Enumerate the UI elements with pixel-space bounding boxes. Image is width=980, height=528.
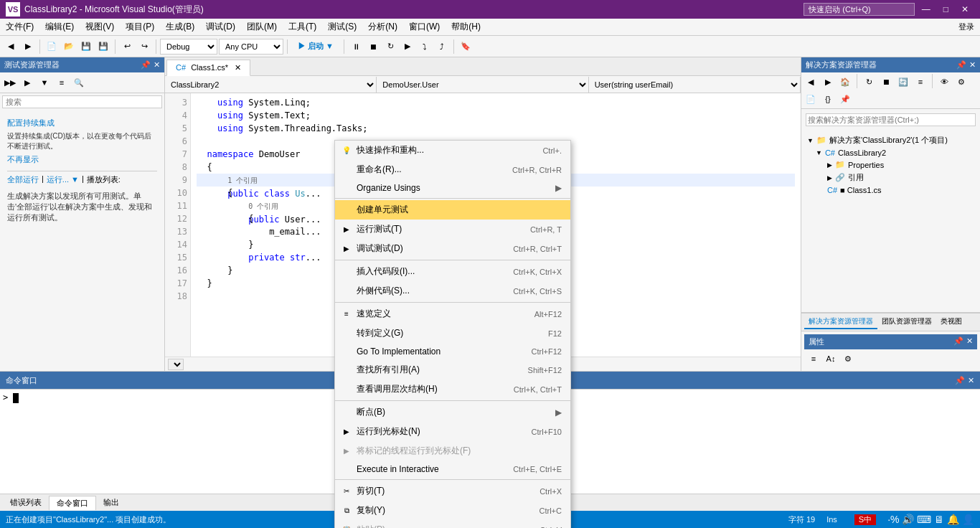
- menu-item-build[interactable]: 生成(B): [160, 19, 200, 35]
- group-icon[interactable]: ≡: [54, 75, 70, 90]
- references-item[interactable]: ▶ 🔗 引用: [804, 171, 977, 184]
- right-panel-pin-icon[interactable]: 📌: [956, 60, 966, 70]
- toolbar-btn6[interactable]: ⤴: [434, 39, 450, 55]
- ctx-breakpoint[interactable]: 断点(B) ▶: [335, 402, 570, 422]
- error-list-tab[interactable]: 错误列表: [3, 496, 49, 509]
- menu-item-test[interactable]: 测试(S): [322, 19, 362, 35]
- run-all-button[interactable]: 全部运行: [7, 174, 39, 185]
- ctx-organize-usings[interactable]: Organize Usings ▶: [335, 179, 570, 197]
- menu-item-debug[interactable]: 调试(D): [200, 19, 241, 35]
- se-stop-icon[interactable]: ⏹: [878, 74, 894, 90]
- se-props-icon[interactable]: ⚙: [953, 74, 969, 90]
- title-search[interactable]: 快速启动 (Ctrl+Q): [804, 3, 914, 16]
- ctx-execute-interactive[interactable]: Execute in Interactive Ctrl+E, Ctrl+E: [335, 461, 570, 478]
- new-project-button[interactable]: 📄: [44, 39, 60, 55]
- menu-item-help[interactable]: 帮助(H): [446, 19, 486, 35]
- left-panel-pin-icon[interactable]: 📌: [141, 60, 151, 70]
- undo-button[interactable]: ↩: [119, 39, 135, 55]
- ctx-cut[interactable]: ✂ 剪切(T) Ctrl+X: [335, 481, 570, 501]
- ctx-rename[interactable]: 重命名(R)... Ctrl+R, Ctrl+R: [335, 160, 570, 179]
- config-dropdown[interactable]: Debug Release: [160, 39, 217, 55]
- se-new-file-icon[interactable]: 📄: [803, 91, 819, 107]
- redo-button[interactable]: ↪: [136, 39, 152, 55]
- cmd-cursor[interactable]: [13, 393, 19, 403]
- forward-button[interactable]: ▶: [20, 39, 36, 55]
- member-selector[interactable]: DemoUser.User: [377, 77, 588, 93]
- ctx-surround-with[interactable]: 外侧代码(S)... Ctrl+K, Ctrl+S: [335, 281, 570, 301]
- close-button[interactable]: ✕: [956, 4, 974, 14]
- platform-dropdown[interactable]: Any CPU: [219, 39, 283, 55]
- login-button[interactable]: 登录: [958, 22, 974, 32]
- bookmark-button[interactable]: 🔖: [458, 39, 473, 55]
- ci-config-link[interactable]: 配置持续集成: [7, 118, 157, 128]
- properties-item[interactable]: ▶ 📁 Properties: [804, 159, 977, 171]
- output-tab[interactable]: 输出: [96, 496, 126, 509]
- save-button[interactable]: 💾: [78, 39, 94, 55]
- back-button[interactable]: ◀: [3, 39, 19, 55]
- toolbar-btn2[interactable]: ⏹: [365, 39, 381, 55]
- start-button[interactable]: ▶ 启动 ▼: [291, 39, 340, 55]
- ctx-create-unittest[interactable]: 创建单元测试: [335, 200, 570, 220]
- props-category-icon[interactable]: ≡: [806, 351, 821, 367]
- se-fwd-icon[interactable]: ▶: [820, 74, 836, 90]
- run-all-icon[interactable]: ▶▶: [2, 75, 18, 90]
- props-pin-icon[interactable]: 📌: [953, 336, 963, 346]
- menu-item-tools[interactable]: 工具(T): [283, 19, 322, 35]
- se-back-icon[interactable]: ◀: [803, 74, 819, 90]
- se-view-icon[interactable]: 👁: [936, 74, 952, 90]
- editor-tab-class1[interactable]: C# Class1.cs* ✕: [166, 60, 250, 76]
- filter-icon[interactable]: ▼: [37, 75, 52, 90]
- toolbar-btn5[interactable]: ⤵: [417, 39, 433, 55]
- ctx-find-refs[interactable]: 查找所有引用(A) Shift+F12: [335, 360, 570, 380]
- se-collapse-icon[interactable]: ≡: [913, 74, 928, 90]
- project-item[interactable]: ▼ C# ClassLibrary2: [804, 147, 977, 159]
- method-selector[interactable]: User(string userEmail): [589, 77, 801, 93]
- toolbar-btn4[interactable]: ▶: [400, 39, 415, 55]
- ctx-call-hierarchy[interactable]: 查看调用层次结构(H) Ctrl+K, Ctrl+T: [335, 380, 570, 399]
- class-view-tab[interactable]: 类视图: [936, 315, 966, 329]
- save-all-button[interactable]: 💾: [95, 39, 111, 55]
- menu-item-edit[interactable]: 编辑(E): [39, 19, 80, 35]
- solution-explorer-tab[interactable]: 解决方案资源管理器: [804, 315, 877, 329]
- ctx-run-to-cursor[interactable]: ▶ 运行到光标处(N) Ctrl+F10: [335, 422, 570, 441]
- bottom-close-icon[interactable]: ✕: [968, 376, 974, 385]
- run-dropdown-button[interactable]: 运行... ▼: [47, 174, 79, 185]
- test-search-input[interactable]: [2, 95, 162, 108]
- bottom-pin-icon[interactable]: 📌: [955, 376, 965, 385]
- ctx-insert-snippet[interactable]: 插入代码段(I)... Ctrl+K, Ctrl+X: [335, 262, 570, 281]
- toolbar-btn3[interactable]: ↻: [382, 39, 398, 55]
- open-button[interactable]: 📂: [61, 39, 77, 55]
- ctx-copy[interactable]: ⧉ 复制(Y) Ctrl+C: [335, 501, 570, 520]
- tab-close-icon[interactable]: ✕: [235, 63, 241, 72]
- ctx-debug-test[interactable]: ▶ 调试测试(D) Ctrl+R, Ctrl+T: [335, 239, 570, 258]
- se-sync-icon[interactable]: ↻: [861, 74, 877, 90]
- command-window-tab[interactable]: 命令窗口: [49, 496, 96, 510]
- search-icon-left[interactable]: 🔍: [71, 75, 87, 90]
- left-panel-close-icon[interactable]: ✕: [154, 60, 160, 70]
- maximize-button[interactable]: □: [938, 4, 954, 14]
- menu-item-window[interactable]: 窗口(W): [403, 19, 446, 35]
- right-panel-close-icon[interactable]: ✕: [969, 60, 976, 70]
- solution-search-input[interactable]: [806, 113, 976, 126]
- ctx-goto-impl[interactable]: Go To Implementation Ctrl+F12: [335, 343, 570, 360]
- dismiss-link[interactable]: 不再显示: [7, 154, 157, 165]
- se-pin2-icon[interactable]: 📌: [837, 91, 853, 107]
- props-settings-icon[interactable]: ⚙: [840, 351, 856, 367]
- props-close-icon[interactable]: ✕: [966, 336, 973, 346]
- se-home-icon[interactable]: 🏠: [837, 74, 853, 90]
- se-refresh-icon[interactable]: 🔄: [895, 74, 911, 90]
- run-icon[interactable]: ▶: [19, 75, 35, 90]
- team-explorer-tab[interactable]: 团队资源管理器: [877, 315, 936, 329]
- class-selector[interactable]: ClassLibrary2: [165, 77, 377, 93]
- menu-item-view[interactable]: 视图(V): [80, 19, 120, 35]
- zoom-selector[interactable]: 100 %: [168, 359, 184, 370]
- se-code-icon[interactable]: {}: [820, 91, 836, 107]
- menu-item-team[interactable]: 团队(M): [241, 19, 283, 35]
- solution-root-item[interactable]: ▼ 📁 解决方案'ClassLibrary2'(1 个项目): [804, 133, 977, 147]
- ctx-run-test[interactable]: ▶ 运行测试(T) Ctrl+R, T: [335, 220, 570, 239]
- minimize-button[interactable]: —: [916, 4, 936, 14]
- menu-item-analyze[interactable]: 分析(N): [362, 19, 403, 35]
- toolbar-btn1[interactable]: ⏸: [348, 39, 364, 55]
- ctx-goto-def[interactable]: 转到定义(G) F12: [335, 324, 570, 343]
- menu-item-file[interactable]: 文件(F): [0, 19, 39, 35]
